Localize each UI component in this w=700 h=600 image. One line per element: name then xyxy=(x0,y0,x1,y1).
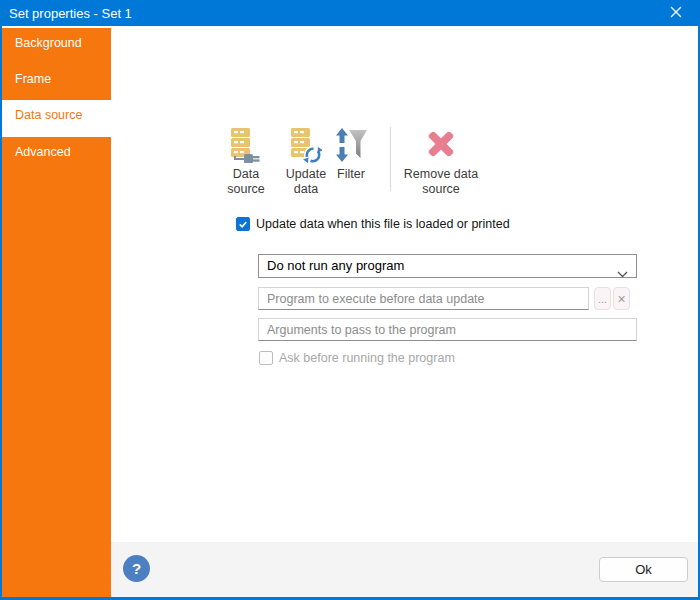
update-data-button[interactable]: Update data xyxy=(279,127,333,197)
sidebar-tab-data-source[interactable]: Data source xyxy=(2,100,111,137)
sidebar: Background Frame Data source Advanced xyxy=(2,28,111,597)
sidebar-tab-frame[interactable]: Frame xyxy=(2,64,111,100)
data-source-button[interactable]: Data source xyxy=(219,127,273,197)
window-title: Set properties - Set 1 xyxy=(9,6,132,21)
filter-funnel-icon xyxy=(335,127,367,163)
browse-button[interactable]: ... xyxy=(594,287,611,310)
clear-program-button[interactable]: × xyxy=(613,287,630,310)
database-refresh-icon xyxy=(290,127,322,163)
chevron-down-icon xyxy=(617,264,628,282)
remove-data-source-button-label: Remove data source xyxy=(398,167,484,197)
update-data-checkbox-label: Update data when this file is loaded or … xyxy=(256,217,510,231)
data-source-button-label: Data source xyxy=(219,167,273,197)
ask-before-running-checkbox-label: Ask before running the program xyxy=(279,351,455,365)
close-button[interactable] xyxy=(658,0,694,26)
set-properties-dialog: Set properties - Set 1 Background Frame … xyxy=(0,0,700,600)
toolbar-separator xyxy=(390,127,391,191)
checkbox-checked-icon xyxy=(236,217,250,231)
sidebar-tab-advanced[interactable]: Advanced xyxy=(2,137,111,173)
ellipsis-icon: ... xyxy=(598,293,607,305)
run-program-select-value: Do not run any program xyxy=(259,255,636,277)
program-path-input[interactable] xyxy=(258,287,589,310)
clear-x-icon: × xyxy=(617,291,625,307)
title-bar[interactable]: Set properties - Set 1 xyxy=(0,0,700,26)
ok-button-label: Ok xyxy=(635,562,652,577)
remove-data-source-button[interactable]: Remove data source xyxy=(398,127,484,197)
close-icon xyxy=(670,4,682,22)
arguments-input[interactable] xyxy=(258,318,637,341)
ok-button[interactable]: Ok xyxy=(599,557,688,582)
database-plug-icon xyxy=(230,127,262,163)
help-button[interactable]: ? xyxy=(123,555,150,582)
filter-button-label: Filter xyxy=(337,167,365,182)
sidebar-tab-background[interactable]: Background xyxy=(2,28,111,64)
footer-bar: ? Ok xyxy=(111,542,698,597)
question-mark-icon: ? xyxy=(132,560,141,577)
filter-button[interactable]: Filter xyxy=(330,127,372,182)
checkbox-unchecked-icon xyxy=(259,351,273,365)
run-program-select[interactable]: Do not run any program xyxy=(258,254,637,278)
update-data-button-label: Update data xyxy=(279,167,333,197)
update-data-checkbox[interactable]: Update data when this file is loaded or … xyxy=(236,217,510,231)
remove-cross-icon xyxy=(424,127,458,163)
ask-before-running-checkbox: Ask before running the program xyxy=(259,351,455,365)
